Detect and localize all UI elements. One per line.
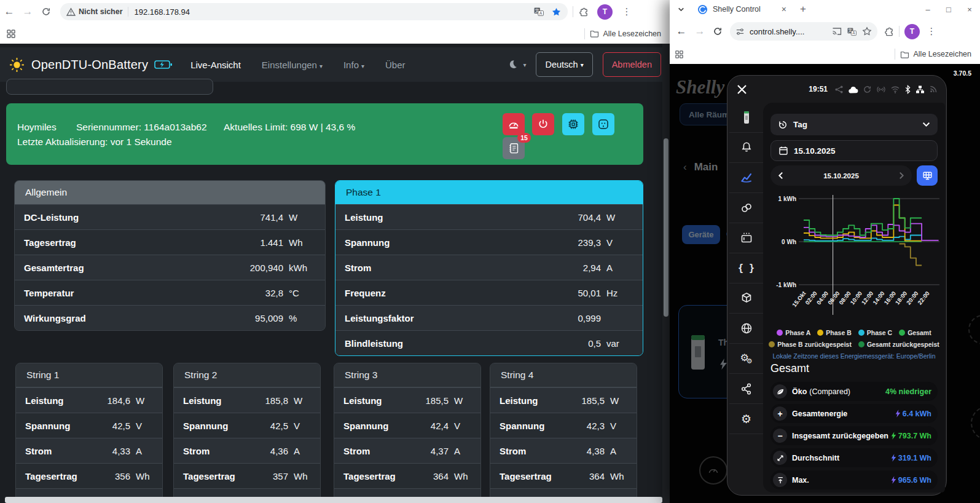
security-label[interactable]: Nicht sicher <box>79 7 123 16</box>
energy-chart[interactable]: 1 kWh0 Wh-1 kWh15.Okt02:0004:0006:0008:0… <box>763 189 945 328</box>
sidebar-item-display[interactable] <box>729 223 763 253</box>
nav-link-liveansicht[interactable]: Live-Ansicht <box>190 60 241 70</box>
shelly-page: 3.70.5 Shelly Alle Räume ‹Main Geräte G … <box>670 64 980 503</box>
tab-title[interactable]: Shelly Control <box>713 5 761 14</box>
extensions-icon[interactable] <box>578 7 589 17</box>
bookmark-star-icon[interactable] <box>551 7 562 17</box>
logout-button[interactable]: Abmelden <box>603 52 661 77</box>
scrollbar-thumb[interactable] <box>664 138 668 317</box>
event-count-badge: 15 <box>517 133 531 143</box>
inverter-last-update: Letzte Aktualisierung: vor 1 Sekunde <box>17 137 172 148</box>
sidebar-item-braces[interactable]: { } <box>729 253 763 283</box>
url-text[interactable]: 192.168.178.94 <box>135 7 190 17</box>
tab-close-icon[interactable]: × <box>782 4 786 14</box>
table-row: Spannung239,3V <box>335 229 643 255</box>
all-bookmarks-label[interactable]: Alle Lesezeichen <box>913 50 971 58</box>
theme-moon-icon[interactable] <box>507 59 518 70</box>
sidebar-item-globe[interactable] <box>729 314 763 344</box>
bookmarks-bar: Alle Lesezeichen <box>0 23 670 44</box>
translate-icon[interactable]: 文A <box>534 7 544 17</box>
back-button[interactable]: ← <box>672 25 691 38</box>
sidebar-item-gear[interactable]: ⚙ <box>729 404 763 434</box>
period-select[interactable]: Tag <box>770 114 938 135</box>
legend-dot <box>899 330 905 336</box>
legend-item[interactable]: Phase C <box>858 329 892 336</box>
back-button[interactable]: ← <box>0 6 18 18</box>
reload-button[interactable] <box>37 7 55 17</box>
solar-view-button[interactable] <box>917 165 938 186</box>
all-bookmarks-label[interactable]: Alle Lesezeichen <box>603 30 661 38</box>
theme-caret-icon[interactable]: ▾ <box>523 61 526 68</box>
date-input[interactable]: 15.10.2025 <box>770 140 938 161</box>
battery-charging-icon <box>154 59 173 70</box>
legend-dot <box>777 330 783 336</box>
browser-toolbar: ← → control.shelly.... 文A <box>670 18 980 44</box>
svg-text:15.Okt: 15.Okt <box>791 290 807 308</box>
allgemein-card: Allgemein DC-Leistung741,4WTagesertrag1.… <box>14 180 326 331</box>
apps-grid-icon[interactable] <box>675 50 684 59</box>
string-card: String 1Leistung184,6WSpannung42,5VStrom… <box>15 363 163 502</box>
grid-profile-button[interactable] <box>592 113 614 135</box>
power-button[interactable] <box>532 113 554 135</box>
nav-link-info[interactable]: Info▾ <box>343 60 364 70</box>
close-icon[interactable] <box>736 84 748 95</box>
svg-text:02:00: 02:00 <box>804 290 818 306</box>
sync-status-icon <box>863 85 872 94</box>
cast-icon[interactable] <box>832 27 842 36</box>
sidebar-item-link[interactable] <box>729 193 763 223</box>
translate-icon[interactable]: 文A <box>847 27 857 36</box>
url-text[interactable]: control.shelly.... <box>750 27 804 36</box>
forward-button[interactable]: → <box>18 6 37 18</box>
address-bar[interactable]: control.shelly.... 文A <box>730 22 877 41</box>
svg-text:04:00: 04:00 <box>815 290 830 306</box>
legend-item[interactable]: Phase A <box>777 329 810 336</box>
forward-button[interactable]: → <box>691 25 709 38</box>
sidebar-item-cube[interactable] <box>729 283 763 314</box>
outlet-icon <box>597 118 610 130</box>
site-settings-icon[interactable] <box>735 27 745 36</box>
legend-item[interactable]: Gesamt zurückgespeist <box>858 341 939 348</box>
panel-sidebar: { }⚙⚙⚙ <box>729 103 763 491</box>
reload-button[interactable] <box>709 26 726 36</box>
table-row: Strom2,94A <box>335 255 643 280</box>
menu-kebab-icon[interactable]: ⋮ <box>619 6 635 17</box>
sidebar-item-chart[interactable] <box>729 163 763 193</box>
horizontal-scrollbar[interactable] <box>5 497 662 503</box>
chevron-right-icon[interactable] <box>899 172 904 180</box>
divider <box>128 7 128 17</box>
bookmark-star-icon[interactable] <box>862 26 872 36</box>
vertical-scrollbar[interactable] <box>662 44 670 503</box>
tab-search-chevron-icon[interactable] <box>677 6 685 14</box>
inverter-banner: Hoymiles Seriennummer: 1164a013ab62 Aktu… <box>6 103 643 165</box>
table-row: Wirkungsgrad95,009% <box>15 305 325 330</box>
table-row: Tagesertrag364Wh <box>334 463 480 488</box>
window-close-button[interactable]: × <box>959 5 980 14</box>
legend-item[interactable]: Phase B <box>817 329 851 336</box>
avatar[interactable]: T <box>597 4 613 20</box>
sidebar-item-gears[interactable]: ⚙⚙ <box>729 344 763 374</box>
nav-link-ber[interactable]: Über <box>385 60 406 70</box>
svg-text:18:00: 18:00 <box>894 290 909 306</box>
legend-item[interactable]: Phase B zurückgespeist <box>769 341 852 348</box>
menu-kebab-icon[interactable]: ⋮ <box>923 26 939 37</box>
minimize-button[interactable]: – <box>917 5 938 14</box>
sidebar-item-bell[interactable] <box>729 133 763 163</box>
chevron-left-icon[interactable] <box>778 172 783 180</box>
nav-link-einstellungen[interactable]: Einstellungen▾ <box>262 60 323 70</box>
sidebar-item-share-nodes[interactable] <box>729 374 763 404</box>
device-info-button[interactable] <box>562 113 584 135</box>
apps-grid-icon[interactable] <box>6 29 16 39</box>
sidebar-item-device-photo[interactable] <box>729 103 763 133</box>
table-row: Frequenz50,01Hz <box>335 280 643 305</box>
address-bar[interactable]: Nicht sicher 192.168.178.94 文A <box>60 3 568 20</box>
calendar-icon <box>778 146 788 156</box>
desktop: ← → Nicht sicher 192.168.178.94 文A <box>0 0 980 503</box>
extensions-icon[interactable] <box>884 26 894 37</box>
maximize-button[interactable]: □ <box>938 5 959 14</box>
language-button[interactable]: Deutsch▾ <box>536 52 592 77</box>
new-tab-button[interactable]: + <box>800 3 806 15</box>
avatar[interactable]: T <box>904 24 920 39</box>
limit-settings-button[interactable] <box>503 113 525 135</box>
nav-date-label: 15.10.2025 <box>783 172 899 180</box>
legend-item[interactable]: Gesamt <box>899 329 931 336</box>
